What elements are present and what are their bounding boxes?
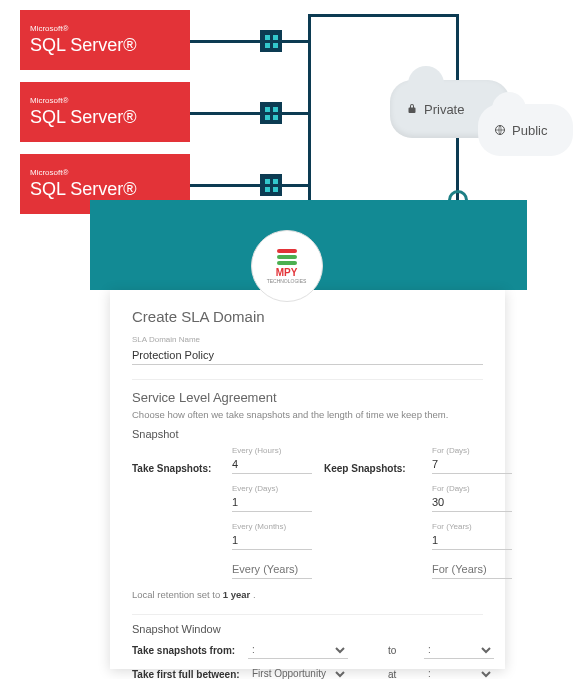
take-snapshots-label: Take Snapshots: xyxy=(132,463,220,474)
logo-subtext: TECHNOLOGIES xyxy=(267,278,307,284)
take-days-input[interactable] xyxy=(232,493,312,512)
snapshot-from-row: Take snapshots from: : to : xyxy=(132,641,483,659)
connector-line xyxy=(190,184,260,187)
first-full-row: Take first full between: First Opportuni… xyxy=(132,665,483,679)
sla-description: Choose how often we take snapshots and t… xyxy=(132,409,483,420)
domain-name-label: SLA Domain Name xyxy=(132,335,483,344)
vendor-label: Microsoft® xyxy=(30,168,180,177)
network-node-icon xyxy=(260,174,282,196)
take-years-input[interactable] xyxy=(232,560,312,579)
cloud-label: Public xyxy=(512,123,547,138)
take-months-input[interactable] xyxy=(232,531,312,550)
keep-snapshots-label: Keep Snapshots: xyxy=(324,463,420,474)
first-full-select[interactable]: First Opportunity xyxy=(248,665,348,679)
product-label: SQL Server® xyxy=(30,179,180,200)
first-full-time-select[interactable]: : xyxy=(424,665,494,679)
sql-server-box: Microsoft® SQL Server® xyxy=(20,10,190,70)
logo-icon xyxy=(277,249,297,265)
first-full-label: Take first full between: xyxy=(132,669,242,680)
keep-years2-input[interactable] xyxy=(432,560,512,579)
cloud-label: Private xyxy=(424,102,464,117)
lock-icon xyxy=(406,103,418,115)
snapshot-grid: Take Snapshots: Every (Hours) Keep Snaps… xyxy=(132,446,483,579)
connector-line xyxy=(190,112,260,115)
connector-line xyxy=(282,40,310,43)
snapshot-subheading: Snapshot xyxy=(132,428,483,440)
product-label: SQL Server® xyxy=(30,107,180,128)
connector-line xyxy=(190,40,260,43)
to-label: to xyxy=(388,645,418,656)
keep-days2-input[interactable] xyxy=(432,493,512,512)
vendor-label: Microsoft® xyxy=(30,24,180,33)
globe-icon xyxy=(494,124,506,136)
logo-badge: MPY TECHNOLOGIES xyxy=(251,230,323,302)
sla-heading: Service Level Agreement xyxy=(132,379,483,405)
domain-name-input[interactable] xyxy=(132,346,483,365)
logo-text: MPY xyxy=(276,267,298,278)
keep-years-input[interactable] xyxy=(432,531,512,550)
take-hours-input[interactable] xyxy=(232,455,312,474)
network-node-icon xyxy=(260,102,282,124)
connector-line xyxy=(282,184,310,187)
unit-label: Every (Hours) xyxy=(232,446,312,455)
snap-to-time-select[interactable]: : xyxy=(424,641,494,659)
sla-form-panel: Create SLA Domain SLA Domain Name Servic… xyxy=(110,290,505,669)
form-title: Create SLA Domain xyxy=(132,308,483,325)
network-node-icon xyxy=(260,30,282,52)
retention-note: Local retention set to 1 year . xyxy=(132,589,483,600)
product-label: SQL Server® xyxy=(30,35,180,56)
snapshot-window-heading: Snapshot Window xyxy=(132,614,483,635)
at-label: at xyxy=(388,669,418,680)
public-cloud: Public xyxy=(478,104,573,156)
keep-days-input[interactable] xyxy=(432,455,512,474)
snap-from-label: Take snapshots from: xyxy=(132,645,242,656)
sql-server-box: Microsoft® SQL Server® xyxy=(20,82,190,142)
vendor-label: Microsoft® xyxy=(30,96,180,105)
snap-from-time-select[interactable]: : xyxy=(248,641,348,659)
connector-line xyxy=(282,112,310,115)
unit-label: Every (Months) xyxy=(232,522,312,531)
unit-label: Every (Days) xyxy=(232,484,312,493)
connector-line xyxy=(308,14,456,17)
unit-label: For (Days) xyxy=(432,446,512,455)
unit-label: For (Days) xyxy=(432,484,512,493)
unit-label: For (Years) xyxy=(432,522,512,531)
